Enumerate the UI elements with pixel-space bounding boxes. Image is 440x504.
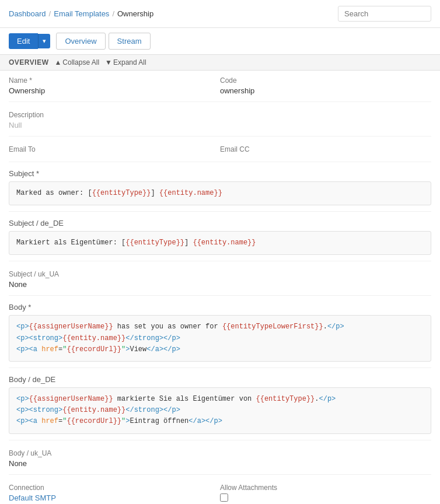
body-de-line-3: <p><a href="{{recordUrl}}">Eintrag öffne… (16, 416, 424, 427)
breadcrumb-email-templates[interactable]: Email Templates (54, 9, 109, 18)
body-uk-label: Body / uk_UA (9, 449, 431, 457)
header: Dashboard / Email Templates / Ownership (0, 0, 440, 28)
name-label: Name * (9, 76, 220, 85)
description-label: Description (9, 111, 431, 119)
divider-7 (9, 368, 431, 368)
email-cc-label: Email CC (220, 145, 431, 153)
allow-attachments-checkbox-row (220, 494, 431, 502)
body-de-label: Body / de_DE (9, 375, 431, 384)
subject-uk-value: None (9, 280, 431, 289)
body-uk-value: None (9, 459, 431, 468)
subject-de-section: Subject / de_DE Markiert als Eigentümer:… (9, 219, 431, 255)
subject-uk-field: Subject / uk_UA None (9, 270, 431, 289)
name-code-row: Name * Ownership Code ownership (9, 71, 431, 99)
body-line-1: <p>{{assignerUserName}} has set you as o… (16, 321, 424, 332)
overview-label: OVERVIEW (9, 58, 48, 66)
divider-8 (9, 440, 431, 440)
body-line-3: <p><a href="{{recordUrl}}">View</a></p> (16, 344, 424, 355)
divider-5 (9, 261, 431, 261)
divider-3 (9, 162, 431, 162)
content: Name * Ownership Code ownership Descript… (0, 71, 440, 504)
body-de-line-1: <p>{{assignerUserName}} markierte Sie al… (16, 394, 424, 405)
overview-button[interactable]: Overview (56, 33, 105, 50)
email-cc-field: Email CC (220, 145, 431, 155)
body-line-2: <p><strong>{{entity.name}}</strong></p> (16, 333, 424, 344)
divider-4 (9, 211, 431, 212)
subject-value: Marked as owner: [{{entityType}}] {{enti… (9, 181, 431, 205)
body-de-value: <p>{{assignerUserName}} markierte Sie al… (9, 387, 431, 434)
divider-9 (9, 474, 431, 475)
expand-all-label: Expand All (113, 58, 146, 66)
breadcrumb-sep-1: / (49, 9, 51, 18)
allow-attachments-field: Allow Attachments (220, 484, 431, 502)
body-uk-field: Body / uk_UA None (9, 449, 431, 468)
connection-row: Connection Default SMTP Allow Attachment… (9, 478, 431, 505)
code-value: ownership (220, 86, 431, 95)
connection-label: Connection (9, 484, 220, 492)
edit-button-group: Edit ▾ (9, 33, 50, 49)
divider-6 (9, 295, 431, 296)
connection-field: Connection Default SMTP (9, 484, 220, 502)
allow-attachments-checkbox[interactable] (220, 494, 228, 502)
expand-icon: ▼ (105, 58, 112, 66)
body-uk-row: Body / uk_UA None (9, 443, 431, 471)
body-de-section: Body / de_DE <p>{{assignerUserName}} mar… (9, 375, 431, 434)
connection-value[interactable]: Default SMTP (9, 494, 220, 502)
collapse-all-button[interactable]: ▲ Collapse All (54, 58, 99, 66)
stream-button[interactable]: Stream (109, 33, 151, 50)
edit-button[interactable]: Edit (9, 33, 38, 49)
body-de-line-2: <p><strong>{{entity.name}}</strong></p> (16, 405, 424, 416)
description-field: Description Null (9, 111, 431, 130)
expand-all-button[interactable]: ▼ Expand All (105, 58, 146, 66)
overview-bar: OVERVIEW ▲ Collapse All ▼ Expand All (0, 55, 440, 71)
search-input[interactable] (338, 6, 431, 22)
toolbar: Edit ▾ Overview Stream (0, 28, 440, 55)
allow-attachments-label: Allow Attachments (220, 484, 431, 492)
email-to-field: Email To (9, 145, 220, 155)
email-to-label: Email To (9, 145, 220, 153)
body-value: <p>{{assignerUserName}} has set you as o… (9, 315, 431, 362)
description-value: Null (9, 121, 431, 130)
subject-de-value: Markiert als Eigentümer: [{{entityType}}… (9, 231, 431, 255)
subject-uk-label: Subject / uk_UA (9, 270, 431, 278)
subject-section: Subject * Marked as owner: [{{entityType… (9, 169, 431, 205)
email-to-cc-row: Email To Email CC (9, 139, 431, 159)
breadcrumb-dashboard[interactable]: Dashboard (9, 9, 46, 18)
description-row: Description Null (9, 105, 431, 133)
subject-label: Subject * (9, 169, 431, 178)
breadcrumb-current: Ownership (117, 9, 153, 18)
subject-text: Marked as owner: [{{entityType}}] {{enti… (16, 189, 222, 197)
body-section: Body * <p>{{assignerUserName}} has set y… (9, 303, 431, 362)
subject-de-label: Subject / de_DE (9, 219, 431, 228)
collapse-icon: ▲ (54, 58, 61, 66)
subject-uk-row: Subject / uk_UA None (9, 264, 431, 292)
divider-2 (9, 136, 431, 136)
divider-1 (9, 102, 431, 102)
code-field: Code ownership (220, 76, 431, 95)
breadcrumb-sep-2: / (112, 9, 114, 18)
collapse-all-label: Collapse All (62, 58, 99, 66)
edit-dropdown-button[interactable]: ▾ (38, 34, 50, 48)
code-label: Code (220, 76, 431, 85)
name-field: Name * Ownership (9, 76, 220, 95)
subject-de-text: Markiert als Eigentümer: [{{entityType}}… (16, 239, 256, 247)
breadcrumb: Dashboard / Email Templates / Ownership (9, 9, 153, 18)
name-value: Ownership (9, 86, 220, 95)
body-label: Body * (9, 303, 431, 312)
